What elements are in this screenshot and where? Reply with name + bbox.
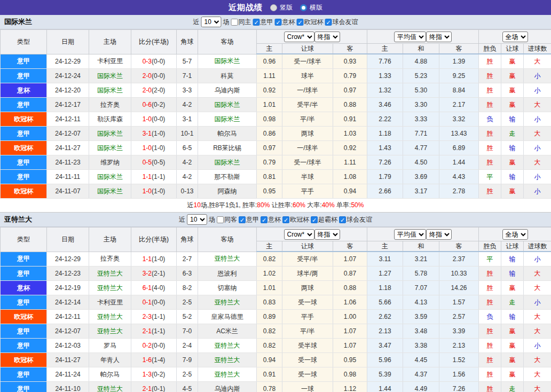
radio-unselected-icon[interactable] — [270, 4, 277, 11]
odds-company-select[interactable]: Crow* — [284, 229, 314, 240]
league-filter[interactable]: ✓欧冠杯 — [297, 18, 324, 27]
league-filter[interactable]: ✓球会友谊 — [325, 18, 358, 27]
checkbox-checked-icon[interactable]: ✓ — [325, 19, 332, 26]
checkbox-checked-icon[interactable]: ✓ — [297, 19, 304, 26]
checkbox-checked-icon[interactable]: ✓ — [311, 216, 318, 223]
result-winloss: 胜 — [479, 83, 501, 98]
away-team: 切塞纳 — [198, 281, 257, 295]
result-goals: 小 — [524, 252, 551, 266]
home-team: 帕尔马 — [89, 367, 131, 382]
match-type-badge: 意杯 — [1, 281, 46, 295]
page-title: 近期战绩 — [229, 3, 263, 13]
home-team: 国际米兰 — [89, 170, 131, 184]
handicap-line: 受一/球半 — [282, 155, 333, 170]
league-filter[interactable]: ✓意杯 — [261, 215, 281, 224]
header-group-row: 类型日期主场比分(半场)角球客场Crow*终指平均值终指全场 — [1, 228, 551, 241]
league-filter[interactable]: ✓超霸杯 — [311, 215, 337, 224]
league-filter-label: 球会友谊 — [333, 18, 358, 27]
match-type-cell: 意甲 — [1, 266, 47, 281]
match-type-cell: 欧冠杯 — [1, 353, 47, 367]
result-scope-select[interactable]: 全场 — [502, 32, 528, 42]
fulltime-score: 0-2 — [143, 342, 152, 349]
avg-away-odds: 1.39 — [439, 54, 479, 69]
recent-count-select[interactable]: 10 — [187, 214, 207, 225]
filter-suffix-label: 场 — [209, 215, 215, 224]
checkbox-checked-icon[interactable]: ✓ — [282, 216, 289, 223]
checkbox-checked-icon[interactable]: ✓ — [339, 216, 346, 223]
halftime-score: (4-0) — [152, 284, 165, 292]
result-winloss: 负 — [479, 310, 501, 324]
checkbox-checked-icon[interactable]: ✓ — [239, 216, 246, 223]
sub-column-header: 胜负 — [479, 44, 501, 54]
layout-radio-horizontal[interactable]: 横版 — [300, 3, 322, 12]
sub-column-header: 让球 — [282, 241, 333, 252]
avg-stage-select[interactable]: 终指 — [426, 32, 452, 42]
handicap-line: 球半/两 — [282, 266, 333, 281]
fulltime-score: 2-0 — [143, 72, 152, 80]
avg-stage-select[interactable]: 终指 — [426, 229, 452, 240]
avg-home-odds: 1.44 — [367, 382, 403, 392]
avg-company-select[interactable]: 平均值 — [394, 229, 426, 240]
away-team: 国际米兰 — [198, 112, 257, 127]
odds-company-select[interactable]: Crow* — [284, 32, 314, 42]
checkbox-checked-icon[interactable]: ✓ — [253, 19, 260, 26]
league-filter[interactable]: 同客 — [217, 215, 237, 224]
result-goals: 小 — [524, 83, 551, 98]
league-filter[interactable]: ✓意甲 — [239, 215, 259, 224]
match-date: 24-11-24 — [47, 367, 89, 382]
league-filter[interactable]: 同主 — [231, 18, 251, 27]
match-row: 意甲24-12-17拉齐奥0-6(0-2)4-2国际米兰1.01受平/半0.88… — [1, 98, 551, 112]
home-team: 勒沃库森 — [89, 112, 131, 127]
league-filter[interactable]: ✓球会友谊 — [339, 215, 372, 224]
match-type-badge: 意甲 — [1, 127, 46, 140]
checkbox-unchecked-icon[interactable] — [231, 19, 238, 26]
match-type-badge: 意杯 — [1, 83, 46, 97]
radio-selected-icon[interactable] — [300, 4, 307, 11]
match-filter: 近10场同主✓意甲✓意杯✓欧冠杯✓球会友谊 — [193, 17, 358, 27]
match-row: 欧冠杯24-11-27年青人1-6(1-4)7-9亚特兰大0.94受一球0.95… — [1, 353, 551, 367]
away-team: 阿森纳 — [198, 184, 257, 199]
result-handicap: 赢 — [501, 69, 524, 83]
title-bar: 近期战绩 竖版 横版 — [0, 0, 551, 15]
score-cell: 1-0(0-0) — [131, 112, 177, 127]
league-filter[interactable]: ✓意杯 — [275, 18, 295, 27]
sub-column-header: 客 — [439, 241, 479, 252]
avg-draw-odds: 5.78 — [403, 266, 439, 281]
home-team: 拉齐奥 — [89, 252, 131, 266]
odds-stage-select[interactable]: 终指 — [314, 32, 340, 42]
avg-home-odds: 5.66 — [367, 295, 403, 310]
score-cell: 1-1(1-1) — [131, 170, 177, 184]
result-winloss: 胜 — [479, 382, 501, 392]
league-filter[interactable]: ✓意甲 — [253, 18, 273, 27]
result-scope-select[interactable]: 全场 — [502, 229, 528, 240]
score-cell: 2-1(1-1) — [131, 324, 177, 339]
result-handicap: 赢 — [501, 324, 524, 339]
halftime-score: (1-1) — [152, 173, 165, 181]
summary-segment: 单率: — [335, 201, 351, 209]
result-goals: 大 — [524, 98, 551, 112]
odds-stage-select[interactable]: 终指 — [314, 229, 340, 240]
team-sections-container: 国际米兰近10场同主✓意甲✓意杯✓欧冠杯✓球会友谊类型日期主场比分(半场)角球客… — [0, 15, 551, 392]
corner-score: 3-3 — [177, 83, 198, 98]
checkbox-unchecked-icon[interactable] — [217, 216, 224, 223]
checkbox-checked-icon[interactable]: ✓ — [275, 19, 282, 26]
league-filter[interactable]: ✓欧冠杯 — [282, 215, 309, 224]
halftime-score: (0-0) — [152, 115, 165, 123]
avg-away-odds: 1.57 — [439, 295, 479, 310]
away-team: 乌迪内斯 — [198, 382, 257, 392]
halftime-score: (1-4) — [152, 356, 165, 364]
odds-home: 0.89 — [257, 310, 282, 324]
match-type-badge: 意甲 — [1, 382, 46, 392]
match-date: 24-12-14 — [47, 295, 89, 310]
away-team: 恩波利 — [198, 266, 257, 281]
recent-count-select[interactable]: 10 — [201, 17, 222, 27]
sub-column-header: 客 — [439, 44, 479, 54]
layout-radio-vertical[interactable]: 竖版 — [270, 3, 293, 12]
avg-home-odds: 2.13 — [367, 324, 403, 339]
checkbox-checked-icon[interactable]: ✓ — [261, 216, 267, 223]
avg-company-select[interactable]: 平均值 — [394, 32, 426, 42]
corner-score: 2-7 — [177, 252, 198, 266]
odds-away: 0.88 — [333, 281, 367, 295]
score-cell: 2-1(0-1) — [131, 382, 177, 392]
avg-away-odds: 2.37 — [439, 252, 479, 266]
